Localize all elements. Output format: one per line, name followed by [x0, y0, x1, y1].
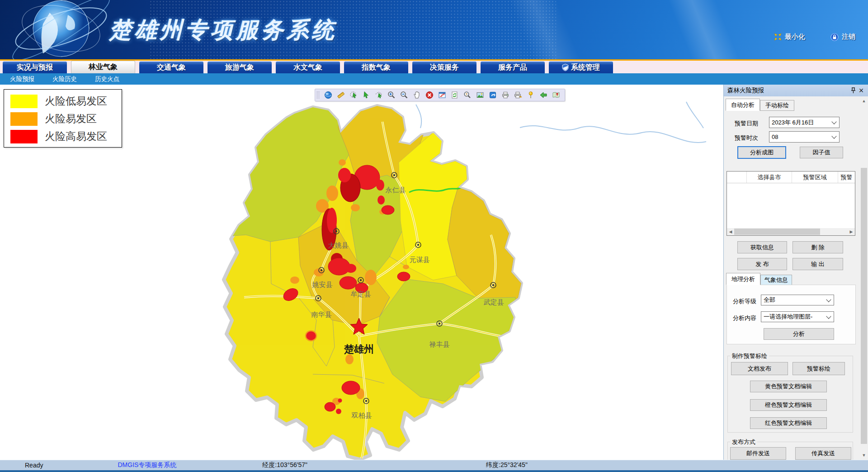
locate-tool-icon[interactable] — [551, 90, 561, 100]
identify-tool-icon[interactable]: ? — [462, 90, 472, 100]
header-banner: 楚雄州专项服务系统 最小化 注销 — [0, 0, 868, 59]
pin-panel-icon[interactable] — [849, 86, 857, 95]
tab-geo-analysis[interactable]: 地理分析 — [726, 273, 760, 285]
toolbar-grip[interactable] — [317, 91, 319, 99]
warning-list[interactable]: 选择县市 预警区域 预警 ◀ ▶ — [726, 171, 855, 236]
analyze-button[interactable]: 分析 — [764, 328, 834, 340]
delete-button[interactable]: 删 除 — [793, 241, 843, 253]
measure-tool-icon[interactable] — [336, 90, 346, 100]
zoom-out-tool-icon[interactable] — [399, 90, 409, 100]
panel-titlebar: 森林火险预报 × — [724, 85, 868, 96]
bottom-strip — [0, 470, 868, 472]
legend-row-medium: 火险易发区 — [10, 112, 122, 126]
export-button[interactable]: 输 出 — [793, 258, 843, 270]
tab-traffic-weather[interactable]: 交通气象 — [139, 62, 203, 73]
tab-decision-service[interactable]: 决策服务 — [412, 62, 476, 73]
tab-tourism-weather[interactable]: 旅游气象 — [208, 62, 272, 73]
analysis-level-label: 分析等级 — [733, 297, 756, 305]
tab-weather-info[interactable]: 气象信息 — [760, 275, 792, 285]
warning-draw-button[interactable]: 预警标绘 — [793, 362, 845, 375]
app-title: 楚雄州专项服务系统 — [109, 15, 337, 45]
analysis-level-select[interactable]: 全部 — [761, 295, 834, 305]
chevron-down-icon — [826, 297, 831, 302]
map-label-wuding: 武定县 — [484, 298, 504, 306]
scroll-thumb[interactable] — [734, 229, 820, 235]
column-header-warning: 预警 — [838, 172, 855, 183]
print-tool-icon[interactable] — [500, 90, 510, 100]
lock-icon — [830, 33, 839, 41]
minimize-label: 最小化 — [785, 33, 805, 41]
map-label-chuxiong: 楚雄州 — [344, 343, 374, 355]
legend-label-high: 火险高易发区 — [45, 129, 107, 143]
warning-date-select[interactable]: 2023年 6月16日 — [769, 117, 840, 128]
full-extent-tool-icon[interactable] — [437, 90, 447, 100]
factor-value-button[interactable]: 因子值 — [800, 147, 843, 158]
get-info-button[interactable]: 获取信息 — [737, 241, 787, 253]
refresh-tool-icon[interactable] — [450, 90, 460, 100]
back-tool-icon[interactable] — [538, 90, 548, 100]
tab-manual-draw[interactable]: 手动标绘 — [760, 100, 794, 111]
zoom-in-tool-icon[interactable] — [387, 90, 396, 100]
orange-warning-doc-button[interactable]: 橙色预警文档编辑 — [750, 399, 827, 411]
status-latitude: 纬度:25°32'45" — [486, 461, 528, 469]
panel-body: 自动分析 手动标绘 预警日期 2023年 6月16日 预警时次 08 分析成图 … — [724, 96, 868, 460]
submenu-history-firepoints[interactable]: 历史火点 — [95, 75, 119, 83]
minimize-icon — [774, 33, 782, 41]
list-horizontal-scrollbar[interactable]: ◀ ▶ — [727, 228, 855, 235]
warning-time-select[interactable]: 08 — [769, 131, 840, 143]
submenu-fire-forecast[interactable]: 火险预报 — [10, 75, 34, 83]
minimize-button[interactable]: 最小化 — [774, 33, 805, 41]
chevron-down-icon — [831, 119, 836, 124]
tab-hydrology-weather[interactable]: 水文气象 — [276, 62, 340, 73]
scroll-left-icon[interactable]: ◀ — [727, 228, 734, 235]
chevron-down-icon — [831, 133, 836, 138]
logout-label: 注销 — [842, 33, 855, 41]
status-longitude: 经度:103°56'57" — [262, 461, 307, 469]
forest-fire-panel: 森林火险预报 × 自动分析 手动标绘 预警日期 2023年 6月16日 预警时次… — [723, 85, 868, 460]
scroll-down-icon[interactable]: ▼ — [860, 452, 868, 459]
submenu-fire-history[interactable]: 火险历史 — [52, 75, 77, 83]
globe-tool-icon[interactable] — [323, 90, 333, 100]
fax-send-button[interactable]: 传真发送 — [795, 447, 851, 460]
column-header-blank — [727, 172, 747, 183]
tab-live-forecast[interactable]: 实况与预报 — [3, 62, 67, 73]
map-label-shuangbai: 双柏县 — [351, 411, 372, 419]
panel-vertical-scrollbar[interactable]: ▲ ▼ — [860, 96, 868, 460]
scroll-up-icon[interactable]: ▲ — [860, 97, 868, 105]
logout-button[interactable]: 注销 — [830, 33, 855, 41]
tab-system-management[interactable]: 系统管理 — [549, 62, 613, 73]
legend-label-medium: 火险易发区 — [45, 112, 97, 126]
yellow-warning-doc-button[interactable]: 黄色预警文档编辑 — [750, 381, 827, 392]
analyze-map-button[interactable]: 分析成图 — [737, 146, 786, 159]
polygon-select-tool-icon[interactable] — [374, 90, 384, 100]
lasso-select-tool-icon[interactable] — [349, 90, 359, 100]
analysis-content-select[interactable]: 一请选择地理图层- — [761, 311, 834, 322]
map-label-lufeng: 禄丰县 — [429, 340, 450, 348]
email-send-button[interactable]: 邮件发送 — [730, 447, 786, 460]
doc-publish-button[interactable]: 文档发布 — [731, 362, 788, 375]
tab-auto-analysis[interactable]: 自动分析 — [726, 99, 760, 111]
column-header-county: 选择县市 — [747, 172, 792, 183]
stop-tool-icon[interactable] — [425, 90, 434, 100]
red-warning-doc-button[interactable]: 红色预警文档编辑 — [750, 417, 827, 429]
close-panel-icon[interactable]: × — [857, 86, 865, 95]
status-system-link[interactable]: DMGIS专项服务系统 — [118, 461, 176, 469]
app-window: 楚雄州专项服务系统 最小化 注销 — [0, 0, 868, 472]
analysis-content-label: 分析内容 — [733, 314, 756, 322]
legend-swatch-medium — [10, 112, 38, 126]
map-label-yuanmou: 元谋县 — [410, 256, 430, 263]
tab-forestry-weather[interactable]: 林业气象 — [71, 61, 135, 73]
select-tool-icon[interactable] — [361, 90, 371, 100]
scroll-right-icon[interactable]: ▶ — [848, 228, 855, 235]
tab-index-weather[interactable]: 指数气象 — [344, 62, 408, 73]
image-export-tool-icon[interactable] — [475, 90, 485, 100]
print-preview-tool-icon[interactable] — [513, 90, 523, 100]
map-canvas[interactable]: 永仁县 大姚县 元谋县 姚安县 武定县 南华县 牟定县 禄丰县 双柏县 楚雄州 — [0, 85, 723, 460]
scroll-thumb[interactable] — [861, 168, 867, 444]
tab-service-products[interactable]: 服务产品 — [481, 62, 545, 73]
publish-button[interactable]: 发 布 — [737, 258, 787, 270]
basemap-tool-icon[interactable] — [488, 90, 498, 100]
warning-date-label: 预警日期 — [735, 119, 758, 128]
pin-tool-icon[interactable] — [526, 90, 536, 100]
pan-tool-icon[interactable] — [412, 90, 422, 100]
